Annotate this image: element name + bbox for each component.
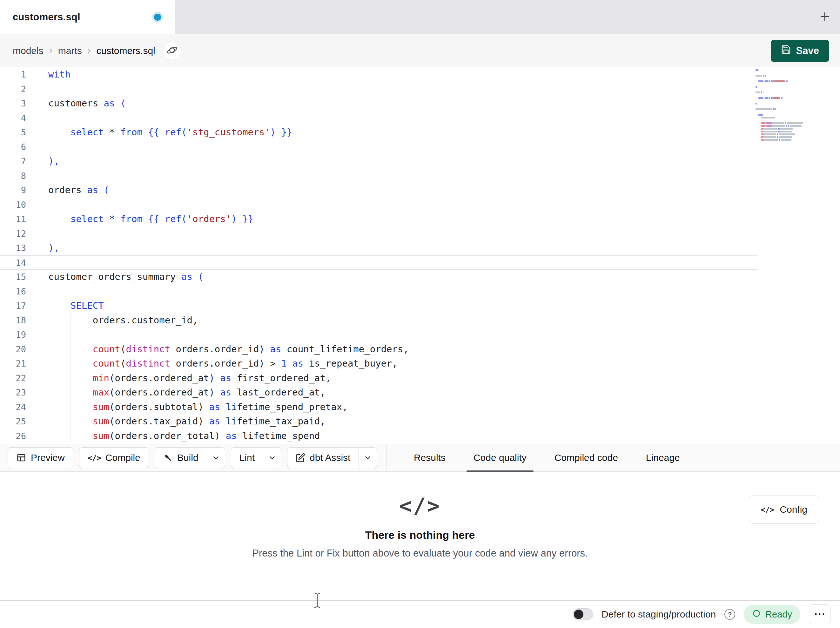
code-editor[interactable]: 1with23customers as (45 select * from {{… bbox=[0, 67, 840, 444]
toolbar-button-dbt-assist[interactable]: dbt Assist bbox=[287, 447, 377, 468]
code-line[interactable] bbox=[36, 169, 48, 183]
format-button[interactable] bbox=[163, 42, 182, 60]
lint-dropdown-toggle[interactable] bbox=[263, 448, 281, 468]
toolbar-button-label: Lint bbox=[240, 452, 255, 463]
build-dropdown-toggle[interactable] bbox=[207, 448, 225, 468]
breadcrumb-models[interactable]: models bbox=[13, 46, 44, 56]
toolbar-button-compile[interactable]: </>Compile bbox=[79, 447, 149, 468]
config-button[interactable]: </> Config bbox=[749, 495, 819, 524]
code-line[interactable]: ), bbox=[36, 154, 59, 169]
line-number: 13 bbox=[0, 241, 36, 255]
new-tab-button[interactable] bbox=[815, 7, 835, 27]
tab-compiled-code[interactable]: Compiled code bbox=[540, 444, 632, 471]
editor-line-11[interactable]: 11 select * from {{ ref('orders') }} bbox=[0, 212, 758, 226]
editor-line-13[interactable]: 13), bbox=[0, 241, 758, 255]
line-number: 20 bbox=[0, 342, 36, 357]
editor-line-2[interactable]: 2 bbox=[0, 82, 758, 96]
status-bar: Defer to staging/production Ready bbox=[0, 600, 840, 628]
code-line[interactable]: SELECT bbox=[36, 299, 104, 313]
editor-line-19[interactable]: 19 bbox=[0, 327, 758, 342]
code-line[interactable] bbox=[36, 140, 48, 154]
save-button[interactable]: Save bbox=[771, 40, 829, 62]
editor-line-18[interactable]: 18 orders.customer_id, bbox=[0, 313, 758, 328]
editor-line-17[interactable]: 17 SELECT bbox=[0, 299, 758, 313]
line-number: 18 bbox=[0, 313, 36, 328]
code-line[interactable]: count(distinct orders.order_id) > 1 as i… bbox=[36, 356, 398, 371]
editor-line-4[interactable]: 4 bbox=[0, 111, 758, 125]
code-line[interactable]: sum(orders.order_total) as lifetime_spen… bbox=[36, 429, 320, 443]
tab-customers-sql[interactable]: customers.sql bbox=[0, 0, 175, 34]
text-cursor-pointer bbox=[313, 592, 321, 611]
code-line[interactable]: sum(orders.tax_paid) as lifetime_tax_pai… bbox=[36, 414, 325, 429]
editor-line-12[interactable]: 12 bbox=[0, 226, 758, 241]
tab-lineage[interactable]: Lineage bbox=[632, 444, 694, 471]
editor-line-9[interactable]: 9orders as ( bbox=[0, 183, 758, 198]
tab-label: Compiled code bbox=[554, 452, 618, 463]
code-line[interactable] bbox=[36, 111, 48, 125]
editor-line-22[interactable]: 22 min(orders.ordered_at) as first_order… bbox=[0, 371, 758, 386]
toolbar-button-lint[interactable]: Lint bbox=[231, 447, 281, 468]
toolbar-button-label: Compile bbox=[106, 452, 141, 463]
editor-line-7[interactable]: 7), bbox=[0, 154, 758, 169]
code-line[interactable]: customer_orders_summary as ( bbox=[36, 270, 204, 284]
minimap[interactable] bbox=[756, 69, 804, 145]
code-icon: </> bbox=[399, 494, 441, 518]
editor-line-25[interactable]: 25 sum(orders.tax_paid) as lifetime_tax_… bbox=[0, 414, 758, 429]
ellipsis-icon bbox=[814, 612, 825, 617]
toolbar-button-build[interactable]: Build bbox=[155, 447, 225, 468]
editor-line-3[interactable]: 3customers as ( bbox=[0, 96, 758, 111]
editor-line-10[interactable]: 10 bbox=[0, 198, 758, 212]
editor-line-16[interactable]: 16 bbox=[0, 284, 758, 299]
editor-line-6[interactable]: 6 bbox=[0, 140, 758, 154]
editor-line-1[interactable]: 1with bbox=[0, 67, 758, 82]
code-line[interactable]: orders.customer_id, bbox=[36, 313, 198, 328]
code-line[interactable]: with bbox=[36, 67, 71, 82]
line-number: 21 bbox=[0, 356, 36, 371]
line-number: 1 bbox=[0, 67, 36, 82]
code-line[interactable] bbox=[36, 256, 48, 270]
status-ring-icon bbox=[752, 609, 761, 620]
editor-line-26[interactable]: 26 sum(orders.order_total) as lifetime_s… bbox=[0, 429, 758, 443]
editor-line-21[interactable]: 21 count(distinct orders.order_id) > 1 a… bbox=[0, 356, 758, 371]
plus-icon bbox=[818, 10, 831, 24]
edit-icon bbox=[296, 453, 305, 462]
code-line[interactable]: max(orders.ordered_at) as last_ordered_a… bbox=[36, 385, 325, 400]
code-line[interactable]: ), bbox=[36, 241, 59, 255]
editor-line-23[interactable]: 23 max(orders.ordered_at) as last_ordere… bbox=[0, 385, 758, 400]
results-panel: </> There is nothing here Press the Lint… bbox=[0, 473, 840, 600]
code-line[interactable]: customers as ( bbox=[36, 96, 126, 111]
editor-toolbar: Preview</>CompileBuildLintdbt Assist Res… bbox=[0, 444, 840, 472]
tab-results[interactable]: Results bbox=[400, 444, 459, 471]
editor-line-5[interactable]: 5 select * from {{ ref('stg_customers') … bbox=[0, 125, 758, 140]
code-line[interactable] bbox=[36, 226, 48, 241]
empty-state: </> There is nothing here Press the Lint… bbox=[0, 494, 840, 559]
code-line[interactable]: select * from {{ ref('orders') }} bbox=[36, 212, 253, 226]
code-line[interactable] bbox=[36, 284, 48, 299]
breadcrumb-marts[interactable]: marts bbox=[58, 46, 82, 56]
line-number: 9 bbox=[0, 183, 36, 198]
editor-line-8[interactable]: 8 bbox=[0, 169, 758, 183]
ready-status-badge[interactable]: Ready bbox=[744, 605, 800, 624]
code-line[interactable] bbox=[36, 327, 48, 342]
dbt-assist-dropdown-toggle[interactable] bbox=[358, 448, 377, 468]
more-options-button[interactable] bbox=[809, 604, 831, 624]
editor-line-20[interactable]: 20 count(distinct orders.order_id) as co… bbox=[0, 342, 758, 357]
defer-toggle[interactable] bbox=[573, 608, 593, 620]
code-line[interactable]: min(orders.ordered_at) as first_ordered_… bbox=[36, 371, 331, 386]
line-number: 3 bbox=[0, 96, 36, 111]
code-line[interactable] bbox=[36, 82, 48, 96]
code-line[interactable]: sum(orders.subtotal) as lifetime_spend_p… bbox=[36, 400, 348, 414]
editor-line-24[interactable]: 24 sum(orders.subtotal) as lifetime_spen… bbox=[0, 400, 758, 414]
editor-line-15[interactable]: 15customer_orders_summary as ( bbox=[0, 270, 758, 284]
editor-line-14[interactable]: 14 bbox=[0, 255, 758, 270]
code-line[interactable]: count(distinct orders.order_id) as count… bbox=[36, 342, 409, 357]
tab-code-quality[interactable]: Code quality bbox=[459, 444, 540, 471]
chevron-right-icon bbox=[86, 47, 93, 54]
code-line[interactable]: orders as ( bbox=[36, 183, 109, 198]
help-icon[interactable] bbox=[725, 609, 735, 620]
code-line[interactable]: select * from {{ ref('stg_customers') }} bbox=[36, 125, 292, 140]
code-line[interactable] bbox=[36, 198, 48, 212]
line-number: 10 bbox=[0, 198, 36, 212]
code-icon: </> bbox=[88, 453, 101, 462]
toolbar-button-preview[interactable]: Preview bbox=[8, 447, 73, 468]
